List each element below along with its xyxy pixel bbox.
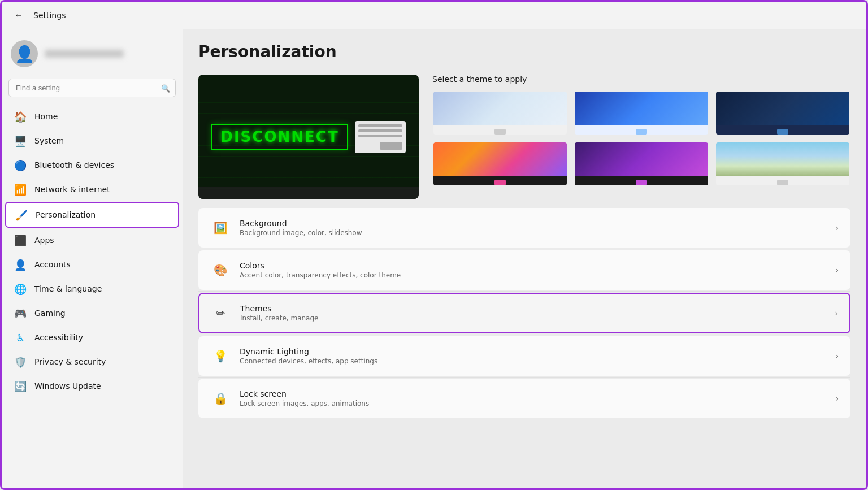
theme-thumbnail-theme-5[interactable] bbox=[574, 141, 709, 187]
nav-icon-system: 🖥️ bbox=[14, 135, 27, 147]
back-button[interactable]: ← bbox=[11, 7, 27, 23]
preview-taskbar bbox=[198, 187, 419, 199]
settings-item-dynamic-lighting[interactable]: 💡 Dynamic Lighting Connected devices, ef… bbox=[198, 336, 850, 376]
main-layout: 👤 🔍 🏠 Home 🖥️ System 🔵 Bluetooth & devic… bbox=[2, 29, 866, 488]
preview-card-button bbox=[380, 142, 402, 150]
settings-title-lock-screen: Lock screen bbox=[240, 389, 826, 398]
chevron-icon-background: › bbox=[835, 223, 839, 232]
nav-icon-bluetooth: 🔵 bbox=[14, 159, 27, 171]
sidebar-item-network[interactable]: 📶 Network & internet bbox=[5, 177, 179, 201]
nav-label-bluetooth: Bluetooth & devices bbox=[34, 161, 114, 170]
nav-label-network: Network & internet bbox=[34, 185, 110, 194]
nav-label-home: Home bbox=[34, 112, 58, 121]
divider-1 bbox=[198, 291, 850, 292]
nav-icon-time: 🌐 bbox=[14, 283, 27, 295]
disconnect-text: DISCONNECT bbox=[211, 124, 348, 150]
theme-section: DISCONNECT bbox=[198, 75, 850, 199]
nav-icon-home: 🏠 bbox=[14, 110, 27, 123]
preview-card-line bbox=[358, 135, 402, 137]
theme-bg-theme-1 bbox=[433, 92, 567, 125]
theme-taskbar-theme-1 bbox=[433, 125, 567, 136]
search-box: 🔍 bbox=[8, 79, 176, 97]
theme-taskbar-theme-4 bbox=[433, 176, 567, 187]
settings-icon-themes: ✏️ bbox=[211, 303, 231, 323]
sidebar-item-bluetooth[interactable]: 🔵 Bluetooth & devices bbox=[5, 153, 179, 177]
preview-disconnect: DISCONNECT bbox=[211, 121, 405, 153]
sidebar-item-personalization[interactable]: 🖌️ Personalization bbox=[5, 202, 179, 228]
preview-window-card bbox=[355, 121, 406, 153]
settings-item-colors[interactable]: 🎨 Colors Accent color, transparency effe… bbox=[198, 250, 850, 290]
settings-item-background[interactable]: 🖼️ Background Background image, color, s… bbox=[198, 208, 850, 248]
nav-label-accounts: Accounts bbox=[34, 260, 71, 269]
preview-card-line bbox=[358, 129, 402, 132]
nav-label-update: Windows Update bbox=[34, 381, 101, 391]
theme-taskbar-theme-3 bbox=[716, 125, 849, 136]
settings-desc-lock-screen: Lock screen images, apps, animations bbox=[240, 400, 826, 407]
sidebar-item-home[interactable]: 🏠 Home bbox=[5, 105, 179, 128]
settings-icon-dynamic-lighting: 💡 bbox=[210, 346, 231, 366]
theme-bg-theme-4 bbox=[433, 142, 567, 176]
settings-text-lock-screen: Lock screen Lock screen images, apps, an… bbox=[240, 389, 826, 407]
nav-label-personalization: Personalization bbox=[36, 210, 96, 219]
chevron-icon-colors: › bbox=[835, 266, 839, 275]
theme-taskbar-theme-6 bbox=[716, 176, 849, 187]
theme-start-theme-6 bbox=[777, 180, 788, 185]
settings-window: ← Settings 👤 🔍 🏠 Home 🖥️ System bbox=[0, 0, 868, 490]
sidebar-item-time[interactable]: 🌐 Time & language bbox=[5, 277, 179, 301]
preview-card-lines bbox=[358, 124, 402, 137]
theme-taskbar-theme-2 bbox=[575, 125, 708, 136]
sidebar-item-privacy[interactable]: 🛡️ Privacy & security bbox=[5, 350, 179, 374]
theme-bg-theme-2 bbox=[575, 92, 708, 125]
sidebar-item-accounts[interactable]: 👤 Accounts bbox=[5, 253, 179, 276]
settings-desc-themes: Install, create, manage bbox=[240, 314, 826, 322]
nav-icon-gaming: 🎮 bbox=[14, 307, 27, 319]
avatar-icon: 👤 bbox=[15, 45, 34, 63]
theme-thumbnail-theme-1[interactable] bbox=[432, 90, 568, 136]
theme-bg-theme-3 bbox=[716, 92, 849, 125]
theme-bg-theme-5 bbox=[575, 142, 708, 176]
settings-desc-background: Background image, color, slideshow bbox=[240, 229, 826, 237]
back-icon: ← bbox=[14, 10, 23, 20]
user-profile: 👤 bbox=[2, 33, 183, 79]
theme-start-theme-2 bbox=[636, 129, 647, 135]
search-input[interactable] bbox=[8, 79, 176, 97]
settings-icon-lock-screen: 🔒 bbox=[210, 388, 231, 409]
nav-list: 🏠 Home 🖥️ System 🔵 Bluetooth & devices 📶… bbox=[2, 104, 183, 398]
chevron-icon-dynamic-lighting: › bbox=[835, 352, 839, 361]
preview-image: DISCONNECT bbox=[198, 75, 419, 199]
settings-item-themes[interactable]: ✏️ Themes Install, create, manage › bbox=[198, 293, 850, 333]
divider-2 bbox=[198, 335, 850, 335]
theme-thumbnail-theme-2[interactable] bbox=[574, 90, 709, 136]
settings-icon-background: 🖼️ bbox=[210, 218, 231, 238]
nav-label-time: Time & language bbox=[34, 284, 102, 293]
theme-start-theme-4 bbox=[494, 180, 506, 185]
theme-start-theme-3 bbox=[777, 129, 788, 135]
titlebar: ← Settings bbox=[2, 2, 866, 29]
nav-label-accessibility: Accessibility bbox=[34, 333, 83, 342]
chevron-icon-themes: › bbox=[835, 309, 838, 318]
settings-desc-colors: Accent color, transparency effects, colo… bbox=[240, 271, 826, 279]
settings-title-themes: Themes bbox=[240, 304, 826, 313]
nav-label-system: System bbox=[34, 136, 64, 145]
settings-item-lock-screen[interactable]: 🔒 Lock screen Lock screen images, apps, … bbox=[198, 379, 850, 418]
nav-icon-update: 🔄 bbox=[14, 380, 27, 392]
sidebar-item-apps[interactable]: ⬛ Apps bbox=[5, 228, 179, 252]
sidebar-item-system[interactable]: 🖥️ System bbox=[5, 129, 179, 153]
settings-title-colors: Colors bbox=[240, 261, 826, 270]
sidebar-item-update[interactable]: 🔄 Windows Update bbox=[5, 374, 179, 398]
theme-start-theme-5 bbox=[636, 180, 647, 185]
nav-icon-apps: ⬛ bbox=[14, 234, 27, 246]
nav-label-gaming: Gaming bbox=[34, 309, 66, 318]
settings-icon-colors: 🎨 bbox=[210, 260, 231, 280]
settings-title-dynamic-lighting: Dynamic Lighting bbox=[240, 347, 826, 356]
preview-container: DISCONNECT bbox=[198, 75, 419, 199]
theme-picker: Select a theme to apply bbox=[432, 75, 850, 187]
settings-text-background: Background Background image, color, slid… bbox=[240, 219, 826, 237]
theme-thumbnail-theme-6[interactable] bbox=[715, 141, 850, 187]
theme-thumbnail-theme-4[interactable] bbox=[432, 141, 568, 187]
sidebar-item-accessibility[interactable]: ♿ Accessibility bbox=[5, 326, 179, 349]
app-title: Settings bbox=[33, 11, 66, 20]
theme-thumbnail-theme-3[interactable] bbox=[715, 90, 850, 136]
nav-icon-personalization: 🖌️ bbox=[15, 209, 28, 221]
sidebar-item-gaming[interactable]: 🎮 Gaming bbox=[5, 301, 179, 325]
